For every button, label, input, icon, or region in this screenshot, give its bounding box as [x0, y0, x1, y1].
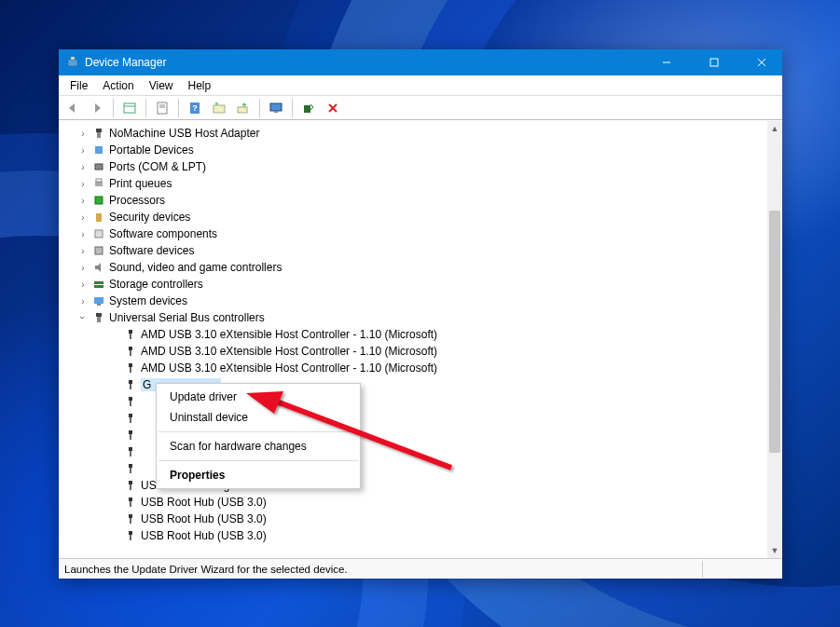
ctx-uninstall-device[interactable]: Uninstall device — [157, 407, 360, 428]
chevron-right-icon[interactable]: › — [77, 128, 89, 139]
svg-rect-44 — [130, 384, 131, 389]
chevron-right-icon[interactable]: › — [77, 211, 89, 223]
usb-plug-icon — [124, 496, 137, 509]
help-button[interactable]: ? — [185, 98, 205, 118]
chevron-down-icon[interactable]: › — [77, 312, 89, 323]
tree-item[interactable]: USB Root Hub (USB 3.0) — [77, 511, 767, 527]
menu-help[interactable]: Help — [181, 77, 219, 94]
device-tree[interactable]: ›NoMachine USB Host Adapter ›Portable De… — [59, 121, 767, 558]
tree-item-label: Ports (COM & LPT) — [109, 160, 206, 173]
usb-plug-icon — [124, 378, 137, 391]
menubar: File Action View Help — [59, 75, 782, 96]
chevron-right-icon[interactable]: › — [77, 161, 89, 172]
tree-item-label: USB Root Hub (USB 3.0) — [141, 529, 267, 542]
ctx-properties[interactable]: Properties — [157, 465, 360, 485]
tree-item-label: System devices — [109, 294, 187, 307]
svg-rect-42 — [130, 367, 131, 373]
svg-rect-15 — [238, 107, 247, 113]
status-grip — [702, 561, 777, 578]
tree-item[interactable]: ›NoMachine USB Host Adapter — [77, 125, 767, 142]
tree-item-label: Portable Devices — [109, 143, 194, 157]
menu-action[interactable]: Action — [95, 77, 141, 94]
ctx-scan-hardware[interactable]: Scan for hardware changes — [157, 436, 360, 457]
svg-rect-14 — [215, 102, 218, 105]
monitor-icon-button[interactable] — [266, 98, 286, 118]
forward-button[interactable] — [87, 98, 107, 118]
svg-rect-35 — [96, 313, 102, 317]
status-text: Launches the Update Driver Wizard for th… — [64, 564, 348, 575]
ctx-update-driver[interactable]: Update driver — [157, 387, 360, 407]
menu-view[interactable]: View — [142, 77, 181, 94]
svg-rect-43 — [129, 380, 132, 384]
svg-rect-57 — [129, 498, 132, 501]
svg-rect-34 — [97, 304, 101, 306]
disable-button[interactable] — [323, 98, 343, 118]
tree-item[interactable]: ›Security devices — [77, 209, 767, 225]
chevron-right-icon[interactable]: › — [77, 144, 89, 156]
usb-icon — [92, 311, 105, 324]
tree-item[interactable]: ›Software devices — [77, 242, 767, 259]
chevron-right-icon[interactable]: › — [77, 178, 89, 189]
chevron-right-icon[interactable]: › — [77, 245, 89, 256]
svg-rect-54 — [130, 468, 131, 473]
tree-item[interactable]: ›Processors — [77, 192, 767, 209]
svg-rect-49 — [129, 430, 132, 434]
scan-hardware-button[interactable] — [209, 98, 229, 118]
tree-item-label: Security devices — [109, 211, 190, 224]
usb-plug-icon — [124, 328, 137, 341]
maximize-button[interactable] — [693, 49, 735, 75]
svg-rect-61 — [129, 531, 132, 535]
usb-plug-icon — [124, 395, 137, 408]
tree-item-label: Universal Serial Bus controllers — [109, 311, 265, 324]
menu-file[interactable]: File — [62, 77, 95, 94]
properties-button[interactable] — [152, 98, 172, 118]
usb-plug-icon — [124, 529, 137, 542]
tree-item[interactable]: ›Ports (COM & LPT) — [77, 158, 767, 175]
app-icon — [66, 56, 79, 69]
scroll-thumb[interactable] — [769, 211, 780, 453]
uninstall-button[interactable] — [298, 98, 319, 118]
svg-rect-50 — [130, 434, 131, 440]
chevron-right-icon[interactable]: › — [77, 279, 89, 290]
security-icon — [92, 211, 105, 224]
tree-item[interactable]: ›Print queues — [77, 175, 767, 192]
close-button[interactable] — [740, 49, 782, 75]
svg-rect-38 — [130, 334, 131, 339]
usb-plug-icon — [124, 412, 137, 425]
tree-item[interactable]: AMD USB 3.10 eXtensible Host Controller … — [77, 326, 767, 343]
tree-item[interactable]: USB Root Hub (USB 3.0) — [77, 494, 767, 511]
scrollbar[interactable]: ▲ ▼ — [767, 121, 782, 558]
tree-item[interactable]: ›Storage controllers — [77, 276, 767, 293]
tree-item[interactable]: USB Root Hub (USB 3.0) — [77, 527, 767, 544]
cpu-icon — [92, 194, 105, 207]
chevron-right-icon[interactable]: › — [77, 228, 89, 239]
storage-icon — [92, 278, 105, 291]
tree-item-label: Software devices — [109, 244, 194, 257]
minimize-button[interactable] — [645, 49, 687, 75]
update-driver-button[interactable] — [233, 98, 254, 118]
chevron-right-icon[interactable]: › — [77, 295, 89, 307]
scroll-down-button[interactable]: ▼ — [767, 543, 782, 558]
chevron-right-icon[interactable]: › — [77, 195, 89, 206]
titlebar[interactable]: Device Manager — [59, 49, 782, 75]
svg-rect-53 — [129, 464, 132, 468]
svg-rect-16 — [270, 103, 282, 111]
tree-item[interactable]: ›Software components — [77, 225, 767, 242]
scroll-track[interactable] — [767, 136, 782, 543]
chevron-right-icon[interactable]: › — [77, 262, 89, 273]
show-hide-tree-button[interactable] — [119, 98, 140, 118]
tree-item[interactable]: AMD USB 3.10 eXtensible Host Controller … — [77, 343, 767, 360]
tree-item[interactable]: ›Portable Devices — [77, 142, 767, 158]
svg-rect-0 — [68, 60, 77, 66]
svg-rect-28 — [96, 213, 102, 222]
svg-rect-18 — [304, 105, 310, 113]
scroll-up-button[interactable]: ▲ — [767, 121, 782, 136]
tree-item[interactable]: ›Sound, video and game controllers — [77, 259, 767, 276]
svg-rect-39 — [129, 347, 132, 350]
tree-item-usb[interactable]: ›Universal Serial Bus controllers — [77, 309, 767, 326]
tree-item[interactable]: AMD USB 3.10 eXtensible Host Controller … — [77, 360, 767, 376]
tree-item[interactable]: ›System devices — [77, 293, 767, 309]
svg-rect-1 — [71, 57, 75, 60]
svg-rect-8 — [158, 102, 167, 114]
back-button[interactable] — [62, 98, 83, 118]
